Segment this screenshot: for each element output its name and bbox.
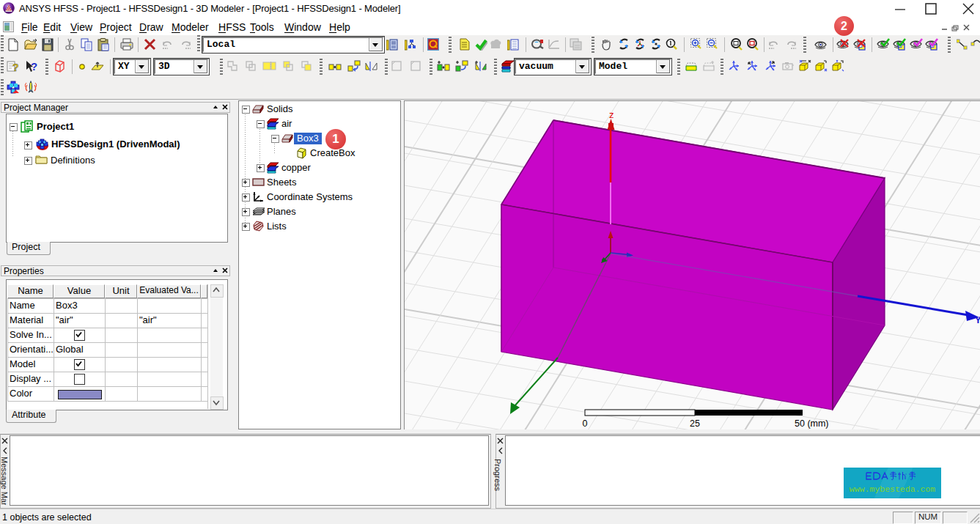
svg-text:Y: Y	[975, 314, 980, 325]
svg-text:?: ?	[31, 60, 37, 73]
svg-text:50 (mm): 50 (mm)	[795, 418, 829, 429]
svg-text:0: 0	[583, 418, 588, 429]
svg-text:z: z	[609, 109, 614, 120]
svg-text:25: 25	[690, 418, 700, 429]
svg-text:?: ?	[12, 62, 19, 73]
